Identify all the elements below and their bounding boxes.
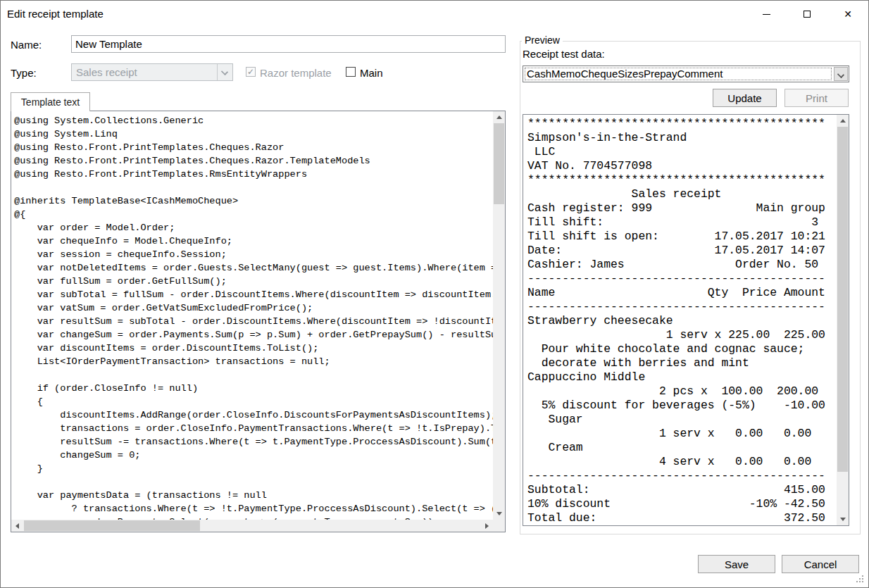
maximize-button[interactable] <box>787 1 827 27</box>
razor-template-label: Razor template <box>260 67 332 79</box>
cancel-button[interactable]: Cancel <box>782 555 859 573</box>
resize-grip-icon[interactable] <box>856 575 865 584</box>
minimize-button[interactable] <box>746 1 787 27</box>
maximize-icon <box>804 11 811 18</box>
razor-template-checkbox[interactable]: ✓ <box>246 67 256 77</box>
main-checkbox[interactable] <box>346 67 356 77</box>
titlebar[interactable]: Edit receipt template ✕ <box>1 1 868 27</box>
name-label: Name: <box>11 39 42 51</box>
triangle-down-icon <box>840 518 846 521</box>
scrollbar-corner <box>493 520 505 532</box>
editor-vertical-scrollbar[interactable] <box>493 111 505 520</box>
chevron-down-icon <box>837 71 844 78</box>
main-label: Main <box>360 67 383 79</box>
receipt-preview-text: ****************************************… <box>523 115 837 525</box>
type-label: Type: <box>11 67 37 79</box>
scroll-up-button[interactable] <box>493 111 505 123</box>
save-button[interactable]: Save <box>698 555 775 573</box>
tab-template-text[interactable]: Template text <box>11 92 90 111</box>
triangle-right-icon <box>485 523 489 529</box>
close-icon: ✕ <box>844 9 852 19</box>
scroll-down-button[interactable] <box>837 513 849 525</box>
minimize-icon <box>763 14 770 15</box>
name-input[interactable] <box>71 35 506 53</box>
close-button[interactable]: ✕ <box>827 1 868 27</box>
editor-hscroll-thumb[interactable] <box>24 520 200 531</box>
type-select[interactable]: Sales receipt <box>71 63 233 81</box>
scroll-down-button[interactable] <box>493 508 505 520</box>
preview-group: Preview Receipt test data: CashMemoChequ… <box>520 41 861 534</box>
triangle-up-icon <box>840 119 846 123</box>
receipt-preview: ****************************************… <box>523 114 849 526</box>
checkmark-icon: ✓ <box>247 67 254 77</box>
template-code-text[interactable]: @using System.Collections.Generic @using… <box>11 111 493 520</box>
receipt-test-data-select[interactable]: CashMemoChequeSizesPrepayComment <box>523 65 849 82</box>
receipt-test-data-arrow-button[interactable] <box>834 67 848 81</box>
template-code-editor[interactable]: @using System.Collections.Generic @using… <box>11 111 506 532</box>
scroll-up-button[interactable] <box>837 115 849 127</box>
window-controls: ✕ <box>746 1 868 27</box>
preview-vertical-scrollbar[interactable] <box>837 115 849 525</box>
window-title: Edit receipt template <box>7 8 104 20</box>
edit-receipt-template-dialog: Edit receipt template ✕ Name: Type: Sale… <box>0 0 869 588</box>
print-button[interactable]: Print <box>784 89 849 107</box>
triangle-down-icon <box>496 512 502 515</box>
update-button[interactable]: Update <box>713 89 777 107</box>
preview-group-label: Preview <box>522 35 563 46</box>
tab-template-text-label: Template text <box>21 96 80 108</box>
scroll-left-button[interactable] <box>11 520 23 532</box>
triangle-up-icon <box>496 115 502 119</box>
editor-horizontal-scrollbar[interactable] <box>11 520 493 532</box>
editor-vscroll-thumb[interactable] <box>494 123 504 204</box>
chevron-down-icon <box>221 68 228 75</box>
receipt-test-data-label: Receipt test data: <box>523 48 605 60</box>
type-select-value: Sales receipt <box>76 66 137 78</box>
triangle-left-icon <box>15 523 19 529</box>
scroll-right-button[interactable] <box>481 520 493 532</box>
preview-vscroll-thumb[interactable] <box>837 127 848 472</box>
receipt-test-data-value: CashMemoChequeSizesPrepayComment <box>527 68 723 80</box>
type-select-arrow-button <box>217 64 232 80</box>
